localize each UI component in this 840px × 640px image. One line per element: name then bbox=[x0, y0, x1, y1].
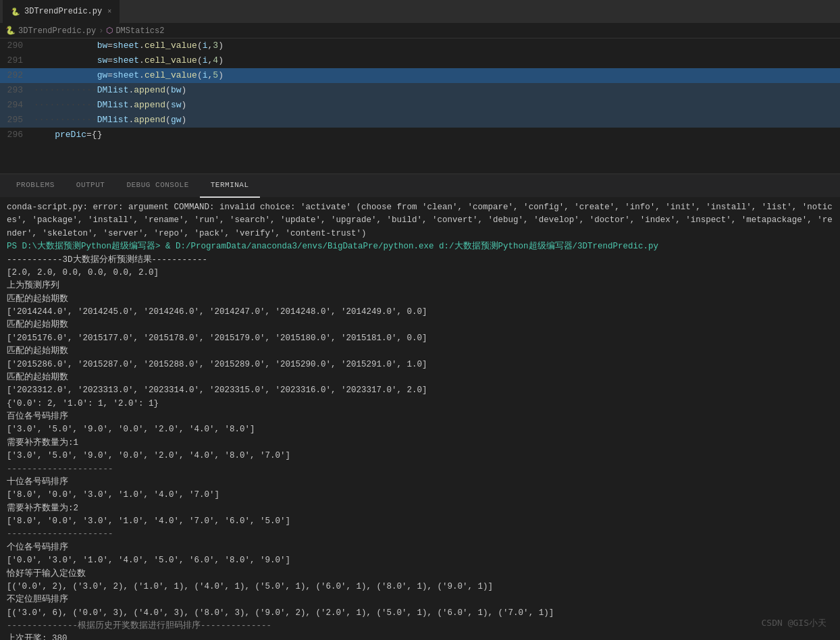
line-num-296: 296 bbox=[0, 128, 34, 142]
line-content-295: ············DMlist.append(gw) bbox=[34, 113, 840, 128]
terminal-line-21: 需要补齐数量为:2 bbox=[7, 502, 833, 515]
code-line-293: 293 ············DMlist.append(bw) bbox=[0, 83, 840, 98]
terminal-line-16: 需要补齐数量为:1 bbox=[7, 437, 833, 450]
terminal-line-8: ['2015176.0', '2015177.0', '2015178.0', … bbox=[7, 332, 833, 345]
tab-debug-console[interactable]: DEBUG CONSOLE bbox=[115, 174, 199, 198]
code-line-290: 290 bw=sheet.cell_value(i,3) bbox=[0, 38, 840, 53]
line-content-293: ············DMlist.append(bw) bbox=[34, 83, 840, 98]
tab-close-icon[interactable]: × bbox=[107, 8, 111, 16]
terminal-line-19: 十位各号码排序 bbox=[7, 476, 833, 489]
code-lines: 290 bw=sheet.cell_value(i,3) 291 sw=shee… bbox=[0, 38, 840, 142]
breadcrumb: 🐍 3DTrendPredic.py › ⬡ DMStatics2 bbox=[0, 24, 840, 38]
terminal-line-24: 个位各号码排序 bbox=[7, 541, 833, 554]
terminal-line-30: --------------根据历史开奖数据进行胆码排序------------… bbox=[7, 620, 833, 633]
terminal-line-15: ['3.0', '5.0', '9.0', '0.0', '2.0', '4.0… bbox=[7, 423, 833, 436]
terminal-line-11: 匹配的起始期数 bbox=[7, 371, 833, 384]
terminal-line-5: 匹配的起始期数 bbox=[7, 293, 833, 306]
tab-bar: 🐍 3DTrendPredic.py × bbox=[0, 0, 840, 24]
terminal-line-25: ['0.0', '3.0', '1.0', '4.0', '5.0', '6.0… bbox=[7, 554, 833, 567]
terminal-line-4: 上为预测序列 bbox=[7, 279, 833, 292]
line-num-294: 294 bbox=[0, 98, 34, 113]
terminal-line-7: 匹配的起始期数 bbox=[7, 319, 833, 331]
terminal-line-27: [('0.0', 2), ('3.0', 2), ('1.0', 1), ('4… bbox=[7, 581, 833, 593]
tab-problems[interactable]: PROBLEMS bbox=[5, 174, 65, 198]
line-content-292: gw=sheet.cell_value(i,5) bbox=[34, 68, 840, 83]
panel-tabs: PROBLEMS OUTPUT DEBUG CONSOLE TERMINAL bbox=[0, 174, 840, 197]
terminal-line-18: --------------------- bbox=[7, 463, 833, 476]
line-num-293: 293 bbox=[0, 83, 34, 98]
terminal-line-17: ['3.0', '5.0', '9.0', '0.0', '2.0', '4.0… bbox=[7, 450, 833, 462]
terminal-area[interactable]: conda-script.py: error: argument COMMAND… bbox=[0, 197, 840, 640]
line-content-290: bw=sheet.cell_value(i,3) bbox=[34, 38, 840, 53]
terminal-line-12: ['2023312.0', '2023313.0', '2023314.0', … bbox=[7, 384, 833, 397]
terminal-line-1: PS D:\大数据预测Python超级编写器> & D:/ProgramData… bbox=[7, 240, 833, 253]
breadcrumb-sep: › bbox=[99, 26, 103, 36]
line-content-296: preDic={} bbox=[34, 128, 840, 142]
terminal-line-20: ['8.0', '0.0', '3.0', '1.0', '4.0', '7.0… bbox=[7, 489, 833, 502]
line-content-291: sw=sheet.cell_value(i,4) bbox=[34, 53, 840, 68]
watermark: CSDN @GIS小天 bbox=[762, 617, 826, 629]
class-icon-bc: ⬡ bbox=[106, 26, 113, 36]
terminal-line-14: 百位各号码排序 bbox=[7, 410, 833, 423]
tab-output[interactable]: OUTPUT bbox=[65, 174, 116, 198]
line-num-292: 292 bbox=[0, 68, 34, 83]
terminal-line-13: {'0.0': 2, '1.0': 1, '2.0': 1} bbox=[7, 398, 833, 410]
code-line-292: 292 gw=sheet.cell_value(i,5) bbox=[0, 68, 840, 83]
terminal-line-23: --------------------- bbox=[7, 528, 833, 541]
code-line-295: 295 ············DMlist.append(gw) bbox=[0, 113, 840, 128]
file-tab[interactable]: 🐍 3DTrendPredic.py × bbox=[3, 0, 120, 24]
line-num-291: 291 bbox=[0, 53, 34, 68]
terminal-line-22: ['8.0', '0.0', '3.0', '1.0', '4.0', '7.0… bbox=[7, 515, 833, 528]
line-num-295: 295 bbox=[0, 113, 34, 128]
line-num-290: 290 bbox=[0, 38, 34, 53]
terminal-line-29: [('3.0', 6), ('0.0', 3), ('4.0', 3), ('8… bbox=[7, 607, 833, 620]
terminal-line-9: 匹配的起始期数 bbox=[7, 345, 833, 358]
terminal-line-31: 上次开奖: 380 bbox=[7, 633, 833, 640]
tab-terminal[interactable]: TERMINAL bbox=[200, 174, 260, 198]
breadcrumb-item-2: ⬡ DMStatics2 bbox=[106, 26, 164, 36]
tab-filename: 3DTrendPredic.py bbox=[24, 7, 102, 16]
terminal-line-2: -----------3D大数据分析预测结果----------- bbox=[7, 254, 833, 267]
breadcrumb-item-1: 🐍 3DTrendPredic.py bbox=[5, 26, 96, 36]
terminal-line-10: ['2015286.0', '2015287.0', '2015288.0', … bbox=[7, 358, 833, 371]
line-content-294: ············DMlist.append(sw) bbox=[34, 98, 840, 113]
terminal-line-3: [2.0, 2.0, 0.0, 0.0, 0.0, 2.0] bbox=[7, 267, 833, 279]
terminal-line-0: conda-script.py: error: argument COMMAND… bbox=[7, 201, 833, 240]
terminal-line-28: 不定位胆码排序 bbox=[7, 593, 833, 606]
code-line-291: 291 sw=sheet.cell_value(i,4) bbox=[0, 53, 840, 68]
code-line-294: 294 ············DMlist.append(sw) bbox=[0, 98, 840, 113]
editor-area: 290 bw=sheet.cell_value(i,3) 291 sw=shee… bbox=[0, 38, 840, 174]
terminal-line-26: 恰好等于输入定位数 bbox=[7, 568, 833, 581]
python-file-icon: 🐍 bbox=[11, 7, 20, 16]
terminal-line-6: ['2014244.0', '2014245.0', '2014246.0', … bbox=[7, 306, 833, 319]
python-icon-bc: 🐍 bbox=[5, 26, 16, 36]
code-line-296: 296 preDic={} bbox=[0, 128, 840, 142]
